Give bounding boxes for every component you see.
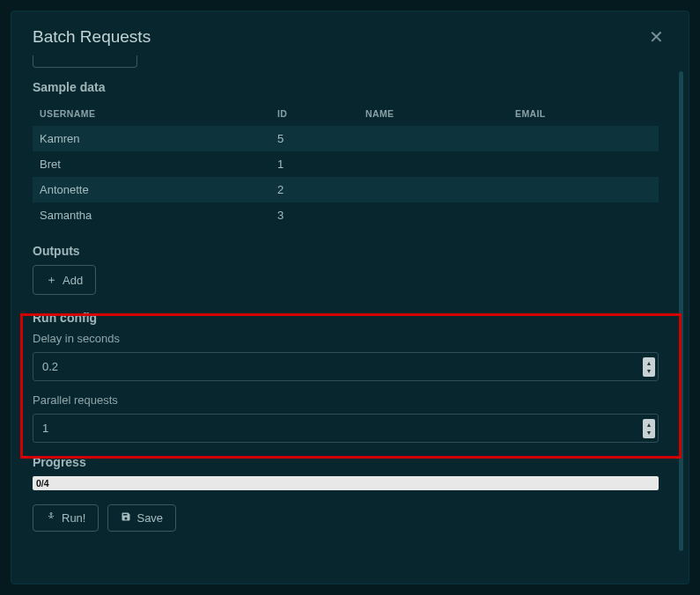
delay-label: Delay in seconds (33, 332, 659, 345)
cell-id: 5 (270, 126, 358, 151)
col-id: ID (270, 101, 358, 126)
cell-email (508, 177, 659, 202)
modal-header: Batch Requests ✕ (11, 11, 689, 55)
run-config-label: Run config (33, 311, 659, 325)
cell-username: Samantha (33, 202, 270, 228)
save-icon (121, 511, 131, 525)
table-row: Bret 1 (33, 151, 659, 177)
add-output-button[interactable]: ＋ Add (33, 265, 96, 295)
stepper-icon[interactable] (643, 357, 655, 377)
cell-username: Bret (33, 151, 270, 177)
progress-label: Progress (33, 455, 659, 469)
table-row: Kamren 5 (33, 126, 659, 151)
cell-id: 2 (270, 177, 358, 202)
save-label: Save (136, 511, 163, 525)
col-name: NAME (358, 101, 508, 126)
cell-name (358, 151, 508, 177)
scrollbar[interactable] (679, 71, 683, 551)
cell-username: Kamren (33, 126, 270, 151)
modal-title: Batch Requests (33, 27, 151, 47)
add-label: Add (63, 274, 83, 287)
progress-bar: 0/4 (33, 476, 659, 490)
run-label: Run! (62, 511, 85, 525)
cell-name (358, 202, 508, 228)
cell-name (358, 126, 508, 151)
parallel-label: Parallel requests (33, 393, 659, 407)
table-row: Antonette 2 (33, 177, 659, 202)
cell-email (508, 126, 659, 151)
cell-email (508, 151, 659, 177)
cell-username: Antonette (33, 177, 270, 202)
run-button[interactable]: Run! (33, 504, 99, 532)
batch-requests-modal: Batch Requests ✕ Sample data USERNAME ID… (11, 11, 689, 584)
cell-email (508, 202, 659, 228)
stepper-icon[interactable] (643, 419, 655, 438)
parallel-input[interactable] (33, 414, 659, 443)
cell-id: 3 (270, 202, 358, 228)
col-email: EMAIL (508, 101, 659, 126)
save-button[interactable]: Save (107, 504, 176, 532)
delay-input[interactable] (33, 352, 659, 381)
clipped-element (33, 55, 659, 68)
close-button[interactable]: ✕ (645, 28, 667, 46)
svg-point-0 (50, 513, 52, 515)
close-icon: ✕ (649, 28, 664, 46)
sample-data-table: USERNAME ID NAME EMAIL Kamren 5 Bret (33, 101, 659, 228)
modal-body: Sample data USERNAME ID NAME EMAIL Kamre… (11, 55, 689, 575)
outputs-label: Outputs (33, 244, 659, 258)
cell-id: 1 (270, 151, 358, 177)
sample-data-label: Sample data (33, 80, 659, 94)
col-username: USERNAME (33, 101, 270, 126)
table-row: Samantha 3 (33, 202, 659, 228)
run-icon (46, 511, 56, 525)
progress-text: 0/4 (36, 478, 49, 488)
plus-icon: ＋ (46, 272, 57, 288)
cell-name (358, 177, 508, 202)
